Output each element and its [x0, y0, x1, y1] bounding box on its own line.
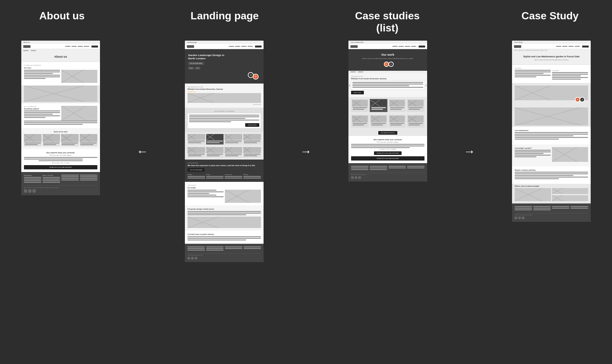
landing-feature-link[interactable]: See this work: [188, 104, 261, 105]
csl-social-1[interactable]: [351, 176, 354, 179]
csl-nav-link-4[interactable]: [411, 46, 416, 47]
csl-fc-4: [407, 166, 424, 171]
line: [80, 176, 97, 177]
cat-construction: Construction: [225, 174, 242, 179]
about-nav-link-4[interactable]: [84, 46, 89, 47]
landing-card-7[interactable]: [225, 147, 242, 158]
social-icon-3[interactable]: [32, 189, 36, 193]
line: [351, 166, 368, 167]
landing-nav-link-4[interactable]: [247, 46, 253, 47]
about-nav-cta[interactable]: [91, 46, 98, 48]
social-icon-1[interactable]: [24, 189, 27, 193]
csl-quote-btn-wrap: SPEAK WITH OUR LEAD DESIGNER: [351, 151, 424, 155]
cs-nav-link-1[interactable]: [556, 46, 561, 47]
line: [533, 209, 551, 210]
line: [80, 175, 97, 176]
csl-feature-section: ‹ › OUR FAVOURITE HOUSE Whittaker Front …: [348, 73, 427, 97]
line: [244, 154, 260, 155]
line: [225, 246, 242, 247]
about-card-4[interactable]: [80, 134, 97, 146]
cs-nav-link-4[interactable]: [575, 46, 580, 47]
csl-card-3[interactable]: [388, 99, 406, 112]
landing-card-2-active[interactable]: [206, 134, 224, 144]
csl-card-2-active[interactable]: [370, 99, 387, 112]
wf-about-nav: [21, 44, 100, 49]
cs-fc-1: [515, 206, 532, 211]
line: [388, 166, 406, 167]
line: [351, 144, 424, 145]
csl-nav-link-3[interactable]: [405, 46, 410, 47]
csl-cta-content: Our experts have you covered. Tell us yo…: [351, 139, 424, 161]
landing-find-guide-btn[interactable]: FIND A GUIDE: [245, 123, 259, 127]
csl-read-more-btn[interactable]: Read a case: [351, 91, 364, 94]
csl-card-5[interactable]: [351, 115, 369, 128]
carousel-arrow-left[interactable]: ‹: [186, 118, 187, 122]
csl-card-6[interactable]: [370, 115, 387, 128]
landing-social-3[interactable]: [195, 257, 197, 259]
landing-card-5[interactable]: [188, 147, 205, 158]
landing-hero-cta-button[interactable]: FILL IN YOUR IDEA: [188, 62, 204, 65]
line: [188, 236, 261, 237]
line: [244, 142, 257, 143]
csl-card-img-4: [408, 100, 424, 106]
cs-large-img: [515, 107, 588, 125]
cs-breadcrumb-text: HOME > CASE STUDY > GARDEN DESIGN SERVIC…: [514, 50, 547, 51]
csl-nav-link-1[interactable]: [392, 46, 398, 47]
csl-nav-cta[interactable]: [419, 46, 425, 48]
landing-card-3[interactable]: [225, 134, 242, 144]
csl-card-8[interactable]: [407, 115, 424, 128]
csl-card-1[interactable]: [351, 99, 369, 112]
landing-card-1[interactable]: [188, 134, 205, 144]
cs-social-1[interactable]: [515, 217, 517, 219]
line: [515, 71, 551, 72]
about-cta-button[interactable]: SPEAK WITH OUR LEAD DESIGNER: [24, 165, 97, 169]
line: [515, 156, 536, 157]
csl-card-7[interactable]: [388, 115, 406, 128]
landing-social-2[interactable]: [191, 257, 194, 259]
cs-nav-link-3[interactable]: [568, 46, 574, 47]
cs-nav-link-2[interactable]: [562, 46, 567, 47]
about-hero-title: About us: [24, 55, 97, 58]
about-some-work-title: Some of our work: [24, 131, 97, 133]
line: [188, 246, 205, 247]
line: [188, 211, 261, 212]
about-card-1[interactable]: [24, 134, 42, 146]
line: [188, 155, 201, 156]
cs-social-2[interactable]: [518, 217, 521, 219]
footer-social: [24, 189, 97, 193]
about-text-col: [24, 70, 60, 83]
line: [552, 72, 588, 73]
landing-nav-link-3[interactable]: [241, 46, 247, 47]
csl-card-text-8: [408, 122, 424, 127]
landing-card-6[interactable]: [206, 147, 224, 158]
csl-see-more-btn[interactable]: SEE MORE SERVICES: [378, 131, 397, 135]
landing-hero-avatars: J D: [188, 72, 260, 80]
csl-cta-button[interactable]: SPEAK WITH OUR LEAD DESIGNER: [351, 156, 424, 161]
about-nav-link-1[interactable]: [65, 46, 70, 47]
landing-card-4[interactable]: [243, 134, 261, 144]
cs-view-cols: THE BRIEF: [515, 70, 588, 80]
about-nav-link-3[interactable]: [78, 46, 83, 47]
landing-expertise-cta-button[interactable]: FILL IN YOUR IDEA: [188, 168, 205, 172]
cs-nav-cta[interactable]: [582, 46, 589, 48]
landing-card-8[interactable]: [243, 147, 261, 158]
csl-card-img-1: [352, 100, 368, 106]
landing-nav-link-2[interactable]: [235, 46, 240, 47]
about-nav-link-2[interactable]: [71, 46, 77, 47]
csl-nav-link-2[interactable]: [399, 46, 404, 47]
about-card-3[interactable]: [61, 134, 79, 146]
line: [188, 193, 209, 194]
csl-social-2[interactable]: [355, 176, 357, 179]
landing-social-1[interactable]: [188, 257, 190, 259]
csl-card-4[interactable]: [407, 99, 424, 112]
landing-nav-link-1[interactable]: [229, 46, 234, 47]
landing-nav-cta[interactable]: [255, 46, 262, 48]
csl-quote-btn[interactable]: SPEAK WITH OUR LEAD DESIGNER: [374, 151, 402, 155]
about-card-2[interactable]: [43, 134, 60, 146]
csl-carousel-left[interactable]: ‹: [349, 83, 350, 87]
social-icon-2[interactable]: [28, 189, 31, 193]
csl-carousel-right[interactable]: ›: [425, 83, 426, 87]
cs-social-3[interactable]: [522, 217, 524, 219]
carousel-arrow-right[interactable]: ›: [262, 118, 263, 122]
csl-social-3[interactable]: [358, 176, 361, 179]
